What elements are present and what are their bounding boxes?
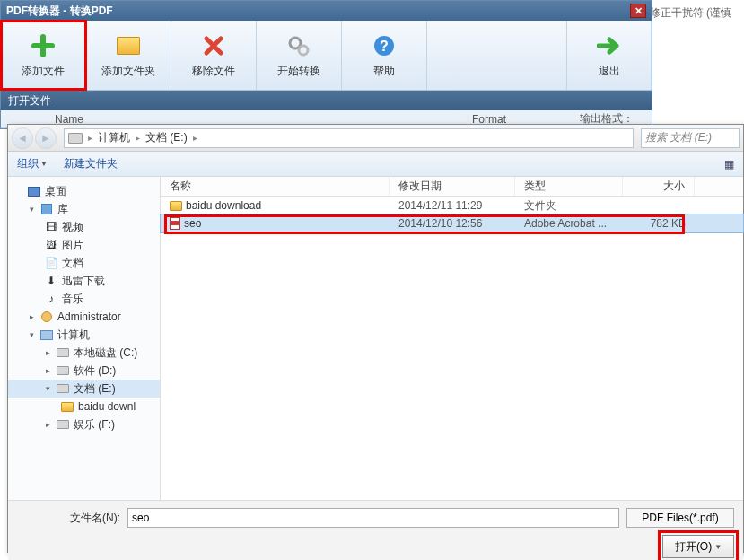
x-icon	[199, 31, 228, 60]
filename-input[interactable]	[127, 508, 619, 528]
file-list-pane: 名称 修改日期 类型 大小 baidu download 2014/12/11 …	[161, 177, 743, 500]
remove-file-button[interactable]: 移除文件	[171, 21, 257, 90]
window-title: PDF转换器 - 转换PDF	[6, 4, 113, 19]
nav-bar: ◄ ► ▸ 计算机 ▸ 文档 (E:) ▸ 搜索 文档 (E:)	[8, 125, 743, 152]
chevron-right-icon: ▸	[136, 133, 140, 143]
chevron-right-icon: ▸	[193, 133, 197, 143]
titlebar[interactable]: PDF转换器 - 转换PDF ✕	[1, 1, 652, 21]
add-folder-button[interactable]: 添加文件夹	[86, 21, 171, 90]
tree-drive-f[interactable]: ▸娱乐 (F:)	[8, 416, 160, 433]
tree-desktop[interactable]: 桌面	[8, 182, 160, 200]
tree-baidu-folder[interactable]: baidu downl	[8, 398, 160, 416]
file-list-body[interactable]: baidu download 2014/12/11 11:29 文件夹 seo …	[161, 197, 743, 500]
plus-icon	[29, 31, 57, 60]
pdf-converter-window: PDF转换器 - 转换PDF ✕ 添加文件 添加文件夹 移除文件 开始转换 ? …	[0, 0, 652, 129]
column-size[interactable]: 大小	[623, 177, 695, 196]
column-type[interactable]: 类型	[515, 177, 623, 196]
svg-text:?: ?	[380, 39, 389, 54]
file-filter-dropdown[interactable]: PDF Files(*.pdf)	[626, 508, 734, 528]
file-open-dialog: ◄ ► ▸ 计算机 ▸ 文档 (E:) ▸ 搜索 文档 (E:) 组织 ▼ 新建…	[7, 124, 744, 553]
tree-documents[interactable]: 📄文档	[8, 254, 160, 272]
breadcrumb[interactable]: ▸ 计算机 ▸ 文档 (E:) ▸	[64, 128, 634, 148]
open-file-subbar: 打开文件	[1, 91, 652, 110]
tree-music[interactable]: ♪音乐	[8, 290, 160, 308]
close-icon[interactable]: ✕	[630, 4, 646, 18]
column-name[interactable]: 名称	[161, 177, 390, 196]
nav-back-button[interactable]: ◄	[12, 127, 33, 149]
new-folder-button[interactable]: 新建文件夹	[64, 156, 118, 171]
tree-drive-d[interactable]: ▸软件 (D:)	[8, 362, 160, 380]
open-button[interactable]: 打开(O)▼	[662, 535, 734, 558]
breadcrumb-part[interactable]: 文档 (E:)	[145, 130, 188, 145]
organize-menu[interactable]: 组织 ▼	[17, 156, 48, 171]
exit-arrow-icon	[595, 31, 624, 60]
tree-drive-e[interactable]: ▾文档 (E:)	[8, 380, 160, 398]
tree-pictures[interactable]: 🖼图片	[8, 236, 160, 254]
navigation-tree: 桌面 ▾库 🎞视频 🖼图片 📄文档 ⬇迅雷下载 ♪音乐 ▸Administrat…	[8, 177, 161, 500]
tree-computer[interactable]: ▾计算机	[8, 326, 160, 344]
drive-icon	[68, 133, 83, 144]
svg-point-1	[299, 46, 308, 55]
list-item[interactable]: seo 2014/12/10 12:56 Adobe Acrobat ... 7…	[161, 214, 743, 232]
list-item[interactable]: baidu download 2014/12/11 11:29 文件夹	[161, 197, 743, 214]
folder-icon	[170, 201, 182, 211]
exit-button[interactable]: 退出	[566, 21, 652, 90]
chevron-right-icon: ▸	[88, 133, 92, 143]
folder-icon	[114, 31, 143, 60]
tree-thunder[interactable]: ⬇迅雷下载	[8, 272, 160, 290]
dialog-footer: 文件名(N): PDF Files(*.pdf) 打开(O)▼	[8, 500, 743, 560]
nav-forward-button[interactable]: ►	[35, 127, 57, 149]
gears-icon	[284, 31, 313, 60]
tree-library[interactable]: ▾库	[8, 200, 160, 218]
add-file-button[interactable]: 添加文件	[1, 21, 86, 90]
help-button[interactable]: ? 帮助	[342, 21, 427, 90]
help-icon: ?	[370, 31, 398, 60]
tree-video[interactable]: 🎞视频	[8, 218, 160, 236]
start-convert-button[interactable]: 开始转换	[257, 21, 342, 90]
search-input[interactable]: 搜索 文档 (E:)	[641, 128, 740, 148]
pdf-icon	[170, 217, 180, 230]
column-date[interactable]: 修改日期	[390, 177, 515, 196]
filename-label: 文件名(N):	[17, 511, 120, 526]
main-toolbar: 添加文件 添加文件夹 移除文件 开始转换 ? 帮助 退出	[1, 21, 652, 91]
command-bar: 组织 ▼ 新建文件夹 ▦	[8, 152, 743, 177]
breadcrumb-part[interactable]: 计算机	[98, 130, 130, 145]
tree-drive-c[interactable]: ▸本地磁盘 (C:)	[8, 344, 160, 362]
file-list-header: 名称 修改日期 类型 大小	[161, 177, 743, 197]
tree-admin[interactable]: ▸Administrator	[8, 308, 160, 326]
view-options-button[interactable]: ▦	[724, 158, 734, 171]
